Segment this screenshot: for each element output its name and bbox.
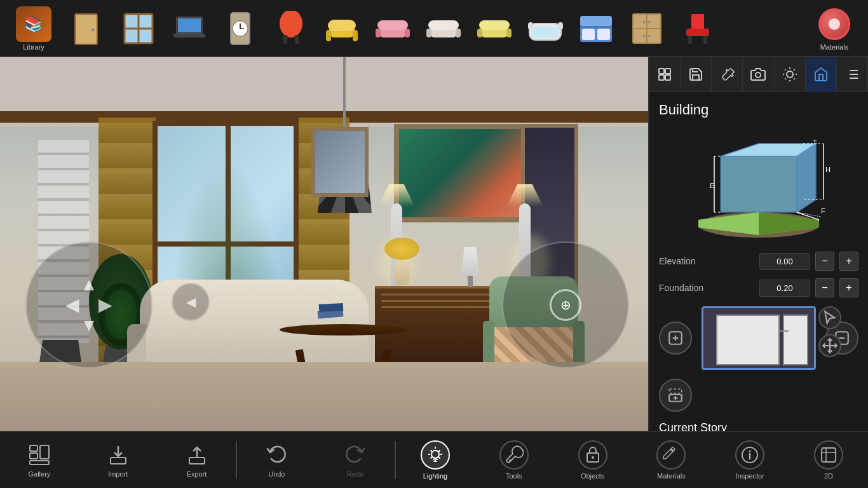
elevation-label: Elevation xyxy=(659,256,754,266)
bt-materials-icon-wrap xyxy=(656,440,686,470)
furniture-door[interactable] xyxy=(62,6,113,50)
svg-text:F: F xyxy=(821,207,825,215)
bt-export[interactable]: Export xyxy=(158,431,236,488)
add-story-button[interactable] xyxy=(659,379,692,412)
furniture-chair-red[interactable] xyxy=(266,6,316,50)
svg-rect-102 xyxy=(189,458,205,464)
bt-inspector[interactable]: Inspector xyxy=(710,431,789,488)
bt-objects-label: Objects xyxy=(581,472,604,480)
rp-tool-camera[interactable] xyxy=(743,57,774,92)
bt-redo[interactable]: Redo xyxy=(316,431,395,488)
furniture-window[interactable] xyxy=(113,6,164,50)
rp-tool-save[interactable] xyxy=(681,57,712,92)
rp-tool-list[interactable] xyxy=(837,57,868,92)
bt-tools[interactable]: Tools xyxy=(475,431,553,488)
redo-icon xyxy=(344,444,367,466)
building-section-title: Building xyxy=(659,102,858,118)
rp-tool-home[interactable] xyxy=(806,57,837,92)
bt-gallery[interactable]: Gallery xyxy=(0,431,79,488)
bt-materials[interactable]: Materials xyxy=(632,431,711,488)
svg-rect-93 xyxy=(669,389,682,393)
svg-rect-120 xyxy=(822,448,836,462)
svg-rect-35 xyxy=(558,22,563,30)
foundation-plus[interactable]: + xyxy=(839,278,858,297)
svg-rect-49 xyxy=(686,29,709,36)
svg-point-56 xyxy=(756,72,761,78)
select-obj-icon xyxy=(822,309,838,326)
svg-line-64 xyxy=(785,78,785,79)
furniture-bed[interactable] xyxy=(571,6,621,50)
materials-label: Materials xyxy=(820,43,849,51)
bt-objects[interactable]: Objects xyxy=(553,431,632,488)
floor-plan-thumbnail[interactable] xyxy=(702,306,816,370)
import-icon-wrap xyxy=(105,442,131,468)
furniture-chair-red2[interactable] xyxy=(672,6,723,50)
add-floor-button[interactable] xyxy=(659,322,692,355)
navigation-orbit-left[interactable]: ◀ xyxy=(172,283,210,321)
svg-rect-31 xyxy=(506,29,512,37)
svg-rect-98 xyxy=(40,445,49,459)
navigation-joystick-left[interactable]: ▲ ◀▶ ▼ xyxy=(25,241,153,369)
svg-rect-100 xyxy=(111,458,126,464)
svg-line-111 xyxy=(438,451,440,452)
foundation-minus[interactable]: − xyxy=(815,278,834,297)
svg-point-46 xyxy=(643,35,646,37)
sofa-pink-icon xyxy=(374,11,412,46)
laptop-icon xyxy=(170,11,208,46)
furniture-laptop[interactable] xyxy=(164,6,215,50)
svg-line-112 xyxy=(430,457,431,458)
svg-rect-23 xyxy=(405,29,410,37)
export-icon-wrap xyxy=(184,442,210,468)
svg-line-61 xyxy=(794,78,794,79)
bt-undo[interactable]: Undo xyxy=(237,431,316,488)
lighting-panel-icon xyxy=(782,67,797,82)
elevation-plus[interactable]: + xyxy=(839,252,858,271)
svg-rect-40 xyxy=(580,16,612,26)
select-icon xyxy=(657,67,672,82)
bt-lighting-icon xyxy=(426,445,445,464)
elevation-minus[interactable]: − xyxy=(815,252,834,271)
bt-export-label: Export xyxy=(187,470,207,478)
tools-icon-wrap xyxy=(499,440,529,470)
svg-rect-29 xyxy=(479,20,510,30)
svg-line-110 xyxy=(438,457,440,458)
furniture-sofa-yellow[interactable] xyxy=(469,6,520,50)
nav-orbit-icon: ◀ xyxy=(186,294,196,309)
materials-button[interactable]: Materials xyxy=(806,3,863,53)
bathtub-icon xyxy=(526,11,564,46)
svg-line-109 xyxy=(430,451,431,452)
select-object-button[interactable] xyxy=(818,306,841,329)
svg-rect-39 xyxy=(597,29,610,40)
wall-art-left xyxy=(311,127,369,197)
furniture-armchair-yellow[interactable] xyxy=(316,6,367,50)
bt-import[interactable]: Import xyxy=(79,431,158,488)
svg-rect-26 xyxy=(426,29,431,37)
svg-rect-38 xyxy=(582,29,595,40)
rp-tool-lighting[interactable] xyxy=(775,57,806,92)
foundation-input[interactable] xyxy=(759,280,810,297)
navigation-joystick-right[interactable]: ⊕ xyxy=(502,241,629,369)
furniture-bathtub[interactable] xyxy=(520,6,571,50)
svg-rect-53 xyxy=(665,69,670,74)
elevation-row: Elevation − + xyxy=(659,252,858,271)
furniture-sofa-white[interactable] xyxy=(418,6,469,50)
svg-rect-54 xyxy=(659,75,664,80)
svg-rect-21 xyxy=(377,20,408,30)
rp-tool-paint[interactable] xyxy=(712,57,743,92)
elevation-input[interactable] xyxy=(759,253,810,270)
furniture-sofa-pink[interactable] xyxy=(367,6,418,50)
svg-point-116 xyxy=(592,456,594,459)
move-object-button[interactable] xyxy=(818,334,841,357)
rp-tool-select[interactable] xyxy=(649,57,681,92)
library-button[interactable]: 📚 Library xyxy=(5,3,62,53)
furniture-cabinet[interactable] xyxy=(621,6,672,50)
bt-2d[interactable]: 2D xyxy=(789,431,868,488)
bt-gallery-label: Gallery xyxy=(28,470,50,478)
nav-rotate-icon: ⊕ xyxy=(550,289,581,321)
svg-rect-51 xyxy=(703,36,707,44)
bt-lighting[interactable]: Lighting xyxy=(396,431,475,488)
furniture-clock[interactable] xyxy=(215,6,266,50)
add-floor-icon xyxy=(667,330,684,346)
svg-rect-19 xyxy=(353,30,358,41)
gallery-icon xyxy=(28,444,51,466)
